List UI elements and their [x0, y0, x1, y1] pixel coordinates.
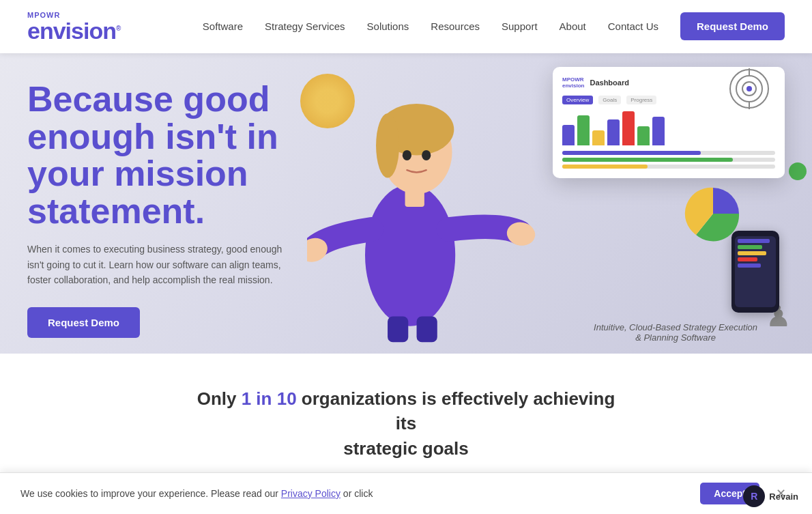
svg-rect-9 — [388, 317, 408, 343]
nav-about[interactable]: About — [560, 20, 586, 32]
dash-logo: MPOWRenvision — [562, 76, 584, 89]
request-demo-nav-button[interactable]: Request Demo — [680, 12, 785, 40]
hero-subtext: When it comes to executing business stra… — [27, 242, 287, 287]
target-icon — [729, 68, 770, 109]
svg-rect-6 — [405, 188, 424, 207]
dash-progress-bars — [562, 151, 775, 169]
stats-headline: Only 1 in 10 organizations is effectivel… — [188, 386, 624, 461]
revain-icon: R — [743, 485, 765, 507]
hero-visual: MPOWRenvision Dashboard Overview Goals P… — [280, 53, 812, 354]
nav-strategy-services[interactable]: Strategy Services — [265, 20, 345, 32]
nav-support[interactable]: Support — [502, 20, 538, 32]
svg-rect-10 — [417, 317, 437, 343]
svg-point-7 — [403, 150, 411, 160]
hero-caption: Intuitive, Cloud-Based Strategy Executio… — [594, 322, 757, 343]
nav-links: Software Strategy Services Solutions Res… — [203, 20, 785, 33]
revain-badge: R Revain — [743, 485, 798, 507]
revain-text: Revain — [769, 491, 798, 502]
privacy-policy-link[interactable]: Privacy Policy — [281, 488, 340, 499]
nav-contact-us[interactable]: Contact Us — [608, 20, 658, 32]
hero-section: Because good enough isn't in your missio… — [0, 53, 812, 354]
svg-point-3 — [376, 113, 399, 177]
svg-point-8 — [422, 150, 431, 160]
hero-content: Because good enough isn't in your missio… — [27, 81, 314, 338]
dash-bar-chart — [562, 111, 775, 145]
svg-point-15 — [746, 86, 752, 91]
nav-solutions[interactable]: Solutions — [367, 20, 409, 32]
pie-chart-decoration — [682, 183, 744, 244]
deco-green-dot — [789, 162, 807, 180]
logo-envision: envision® — [27, 19, 120, 42]
nav-resources[interactable]: Resources — [431, 20, 480, 32]
logo[interactable]: MPOWR envision® — [27, 12, 120, 42]
cookie-text: We use cookies to improve your experienc… — [20, 488, 689, 499]
cookie-banner: We use cookies to improve your experienc… — [0, 472, 812, 514]
navbar: MPOWR envision® Software Strategy Servic… — [0, 0, 812, 53]
nav-software[interactable]: Software — [203, 20, 243, 32]
request-demo-hero-button[interactable]: Request Demo — [27, 307, 140, 338]
hero-headline: Because good enough isn't in your missio… — [27, 81, 314, 229]
